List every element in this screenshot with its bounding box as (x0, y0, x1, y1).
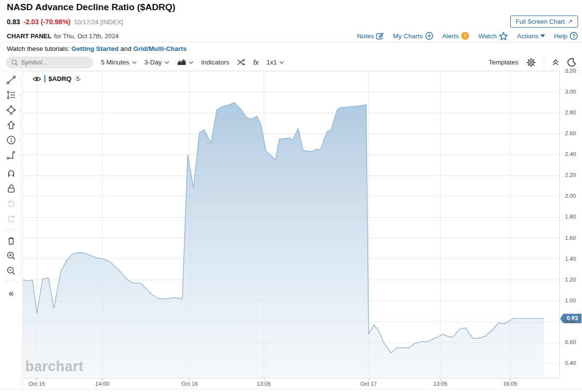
double-chevron-up-icon (552, 59, 559, 66)
chart-panel-page: NASD Advance Decline Ratio ($ADRQ) 0.83 … (0, 0, 582, 392)
panel-subtitle: for Thu, Oct 17th, 2024 (54, 32, 118, 40)
arrow-annotation-tool[interactable]: › (0, 117, 22, 132)
compare-button[interactable] (237, 59, 245, 66)
trendline-tool[interactable]: › (0, 72, 22, 87)
settings-button[interactable] (526, 58, 536, 67)
last-price: 0.83 (7, 18, 20, 26)
measure-icon (6, 150, 16, 160)
eye-icon[interactable] (32, 76, 41, 82)
range-label: 3-Day (145, 59, 162, 66)
y-axis-label: 2.60 (565, 130, 576, 136)
diamond-shape-icon (6, 105, 16, 115)
quote-row: 0.83 -2.03 (-70.98%) 10/17/24 [INDEX] (7, 18, 123, 26)
tutorials-row: Watch these tutorials: Getting Started a… (7, 45, 187, 52)
page-title: NASD Advance Decline Ratio ($ADRQ) (7, 2, 176, 13)
fibonacci-tool[interactable]: › (0, 87, 22, 102)
y-axis-label: 2.80 (565, 110, 576, 115)
chevron-down-icon (279, 61, 284, 64)
magnet-icon (6, 168, 16, 179)
redo-icon (6, 213, 16, 224)
tutorials-prefix: Watch these tutorials: (7, 45, 69, 52)
y-axis-label: 2.00 (565, 193, 576, 199)
period-dropdown[interactable]: 5 Minutes (101, 59, 137, 66)
shapes-tool[interactable]: › (0, 102, 22, 117)
notes-label: Notes (357, 32, 374, 40)
nav-notes[interactable]: Notes (357, 32, 384, 40)
symbol-search[interactable] (6, 57, 93, 68)
x-axis-label: Oct 16 (181, 381, 198, 387)
redo-button[interactable] (0, 211, 22, 226)
x-axis-label: 13:05 (434, 381, 448, 387)
external-arrow-icon: ↗ (567, 18, 573, 25)
y-axis-label: 1.40 (565, 256, 576, 262)
chart-canvas[interactable]: $ADRQ ·5· barchart (23, 71, 559, 378)
tutorials-and: and (120, 45, 131, 52)
unlock-icon (6, 183, 16, 194)
templates-label: Templates (488, 59, 518, 66)
nav-my-charts[interactable]: My Charts (393, 31, 434, 40)
price-change: -2.03 (-70.98%) (23, 18, 70, 26)
indicators-button[interactable]: Indicators (201, 59, 230, 66)
expressions-button[interactable]: fx (253, 59, 259, 66)
getting-started-link[interactable]: Getting Started (71, 45, 119, 52)
full-screen-chart-button[interactable]: Full Screen Chart ↗ (510, 16, 578, 28)
help-label: Help (554, 32, 567, 40)
undo-button[interactable] (0, 196, 22, 211)
panel-title: CHART PANEL (7, 32, 51, 40)
delete-drawings-button[interactable] (0, 233, 22, 248)
magnet-mode-button[interactable] (0, 166, 22, 181)
collapse-toolbar-button[interactable] (552, 59, 559, 66)
y-axis-label: 1.00 (565, 298, 576, 303)
collapse-sidebar-button[interactable]: « (0, 285, 22, 300)
zoom-out-button[interactable] (0, 263, 22, 278)
nav-help[interactable]: Help ? (554, 31, 578, 40)
layout-label: 1x1 (266, 59, 277, 66)
chart-type-dropdown[interactable] (177, 59, 194, 65)
x-axis-label: Oct 17 (360, 381, 377, 387)
svg-text:?: ? (572, 33, 575, 39)
price-plot[interactable] (23, 71, 559, 378)
y-axis-label: 0.80 (565, 318, 576, 324)
caret-down-icon (540, 34, 545, 37)
indicators-label: Indicators (201, 59, 230, 66)
lock-drawings-button[interactable] (0, 181, 22, 196)
nav-alerts[interactable]: Alerts ! (442, 31, 470, 40)
numbered-marker-tool[interactable]: 1 › (0, 132, 22, 147)
notes-icon (376, 32, 384, 40)
nav-actions[interactable]: Actions (517, 32, 545, 40)
alerts-label: Alerts (442, 32, 459, 40)
range-dropdown[interactable]: 3-Day (145, 59, 169, 66)
series-legend[interactable]: $ADRQ ·5· (32, 75, 81, 82)
collapse-left-icon: « (9, 288, 14, 298)
nav-watch[interactable]: Watch (478, 31, 508, 41)
period-label: 5 Minutes (101, 59, 129, 66)
zoom-in-button[interactable] (0, 248, 22, 263)
grid-layout-dropdown[interactable]: 1x1 (266, 59, 284, 66)
arrow-up-icon (6, 120, 16, 130)
area-chart-type-icon (177, 59, 186, 65)
toolbar-divider (544, 58, 544, 67)
fibonacci-icon (6, 90, 16, 100)
price-axis[interactable]: 0.83 3.203.002.802.602.402.202.001.801.6… (559, 71, 582, 378)
dark-mode-button[interactable] (567, 58, 576, 67)
y-axis-label: 3.00 (565, 89, 576, 94)
alert-badge-icon: ! (461, 31, 469, 40)
actions-label: Actions (517, 32, 538, 40)
y-axis-label: 3.20 (565, 68, 576, 74)
y-axis-label: 0.40 (565, 360, 576, 366)
series-color-bar (44, 75, 46, 82)
templates-button[interactable]: Templates (488, 59, 518, 66)
question-circle-icon: ? (569, 31, 578, 40)
circled-one-icon: 1 (6, 135, 16, 145)
trash-icon (6, 235, 16, 246)
header-nav: Notes My Charts Alerts ! (357, 31, 578, 41)
zoom-out-icon (6, 266, 16, 276)
quote-date: 10/17/24 [INDEX] (74, 18, 123, 26)
symbol-input[interactable] (21, 59, 84, 66)
moon-icon (567, 58, 576, 67)
grid-multi-charts-link[interactable]: Grid/Multi-Charts (133, 45, 187, 52)
svg-text:1: 1 (10, 137, 13, 143)
time-axis[interactable]: Oct 1514:00Oct 1613:05Oct 1713:0516:05 (23, 378, 559, 390)
measure-tool[interactable]: › (0, 147, 22, 162)
gear-icon (526, 58, 536, 67)
